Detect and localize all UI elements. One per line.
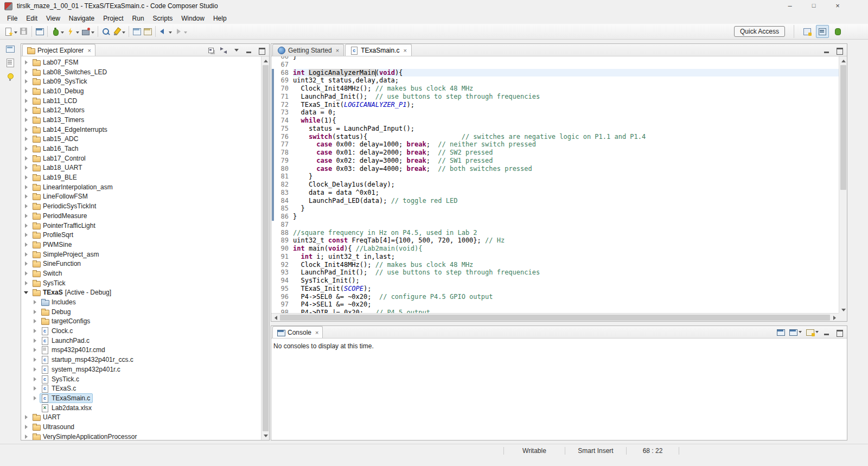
tree-item[interactable]: Lab18_UART: [21, 163, 261, 173]
menu-run[interactable]: Run: [128, 13, 149, 24]
code-line-84[interactable]: 84 LaunchPad_LED(data); // toggle red LE…: [271, 197, 839, 205]
new-button[interactable]: [3, 25, 18, 37]
tree-collapsed-arrow-icon[interactable]: [22, 231, 31, 239]
tree-item[interactable]: Clock.c: [21, 326, 261, 336]
tree-collapsed-arrow-icon[interactable]: [31, 384, 40, 393]
tree-collapsed-arrow-icon[interactable]: [31, 298, 40, 307]
maximize-icon[interactable]: [257, 46, 266, 54]
code-line-94[interactable]: 94 SysTick_Init();: [271, 277, 839, 285]
tree-item[interactable]: Lab09_SysTick: [21, 76, 261, 86]
tree-expanded-arrow-icon[interactable]: [22, 288, 31, 297]
tree-item[interactable]: Switch: [21, 269, 261, 278]
dropdown-arrow-icon[interactable]: [76, 31, 79, 35]
close-icon[interactable]: ×: [315, 329, 318, 336]
tree-collapsed-arrow-icon[interactable]: [22, 413, 31, 422]
scroll-up-icon[interactable]: [839, 56, 847, 65]
tree-collapsed-arrow-icon[interactable]: [22, 116, 31, 124]
tree-collapsed-arrow-icon[interactable]: [22, 68, 31, 76]
debug-button[interactable]: [50, 25, 65, 37]
minimize-icon[interactable]: [822, 46, 831, 54]
mark-occurrences-button[interactable]: [111, 25, 126, 37]
tree-collapsed-arrow-icon[interactable]: [22, 240, 31, 249]
tree-collapsed-arrow-icon[interactable]: [22, 259, 31, 268]
code-line-79[interactable]: 79 case 0x02: delay=3000; break; // SW1 …: [271, 157, 839, 165]
dropdown-arrow-icon[interactable]: [815, 331, 819, 335]
scrollbar-thumb[interactable]: [840, 65, 846, 190]
tree-item[interactable]: LinearInterpolation_asm: [21, 182, 261, 192]
tree-item[interactable]: VerySimpleApplicationProcessor: [21, 432, 261, 440]
menu-navigate[interactable]: Navigate: [65, 13, 99, 24]
console-tab[interactable]: Console ×: [272, 326, 323, 338]
tree-item[interactable]: Lab12_Motors: [21, 105, 261, 115]
close-icon[interactable]: ×: [87, 47, 91, 54]
menu-scripts[interactable]: Scripts: [149, 13, 177, 24]
tree-item[interactable]: SimpleProject_asm: [21, 250, 261, 259]
dropdown-arrow-icon[interactable]: [169, 31, 172, 35]
code-line-66[interactable]: 66}: [271, 56, 839, 61]
maximize-icon[interactable]: [835, 46, 844, 54]
pin-editor-button[interactable]: [142, 25, 153, 37]
restore-view-icon[interactable]: [5, 44, 15, 54]
code-line-82[interactable]: 82 Clock_Delay1us(delay);: [271, 181, 839, 189]
tree-collapsed-arrow-icon[interactable]: [22, 432, 31, 440]
open-element-button[interactable]: [131, 25, 142, 37]
tree-item[interactable]: Ultrasound: [21, 422, 261, 432]
tree-item[interactable]: TExaS.c: [21, 384, 261, 393]
code-line-87[interactable]: 87: [271, 221, 839, 229]
window-close-button[interactable]: ×: [826, 0, 850, 12]
tree-collapsed-arrow-icon[interactable]: [22, 221, 31, 230]
tree-collapsed-arrow-icon[interactable]: [22, 212, 31, 220]
tree-collapsed-arrow-icon[interactable]: [31, 355, 40, 364]
search-button[interactable]: [100, 25, 111, 37]
code-line-92[interactable]: 92 Clock_Init48MHz(); // makes bus clock…: [271, 261, 839, 269]
tree-item[interactable]: LaunchPad.c: [21, 336, 261, 346]
dropdown-arrow-icon[interactable]: [14, 31, 17, 35]
code-line-74[interactable]: 74 while(1){: [271, 117, 839, 125]
tree-collapsed-arrow-icon[interactable]: [22, 279, 31, 288]
open-console-button[interactable]: [806, 328, 819, 336]
command-prompt-button[interactable]: [34, 25, 45, 37]
scroll-up-icon[interactable]: [261, 56, 270, 65]
code-line-78[interactable]: 78 case 0x01: delay=2000; break; // SW2 …: [271, 149, 839, 157]
scroll-right-icon[interactable]: [831, 314, 839, 322]
tree-item[interactable]: Lab11_LCD: [21, 96, 261, 106]
tree-item[interactable]: startup_msp432p401r_ccs.c: [21, 355, 261, 365]
tree-item[interactable]: targetConfigs: [21, 317, 261, 327]
view-menu-icon[interactable]: [232, 46, 241, 54]
ccs-edit-perspective-button[interactable]: [816, 25, 829, 38]
forward-button[interactable]: [173, 25, 188, 37]
tree-collapsed-arrow-icon[interactable]: [31, 317, 40, 325]
tree-collapsed-arrow-icon[interactable]: [22, 202, 31, 210]
tree-item[interactable]: TExaSmain.c: [21, 393, 261, 403]
dropdown-arrow-icon[interactable]: [799, 331, 802, 335]
editor-vertical-scrollbar[interactable]: [839, 56, 847, 314]
tree-collapsed-arrow-icon[interactable]: [22, 106, 31, 114]
code-line-93[interactable]: 93 LaunchPad_Init(); // use buttons to s…: [271, 269, 839, 277]
maximize-icon[interactable]: [835, 328, 844, 336]
dropdown-arrow-icon[interactable]: [91, 31, 94, 35]
tree-item[interactable]: Lab07_FSM: [21, 58, 261, 67]
open-perspective-button[interactable]: [801, 25, 814, 38]
tree-collapsed-arrow-icon[interactable]: [22, 135, 31, 143]
code-line-75[interactable]: 75 status = LaunchPad_Input();: [271, 125, 839, 133]
tree-collapsed-arrow-icon[interactable]: [22, 97, 31, 105]
code-line-88[interactable]: 88//square frequency in Hz on P4.5, used…: [271, 229, 839, 237]
code-line-67[interactable]: 67: [271, 61, 839, 69]
code-line-73[interactable]: 73 data = 0;: [271, 108, 839, 117]
flash-button[interactable]: [65, 25, 80, 37]
code-line-72[interactable]: 72 TExaS_Init(LOGICANALYZER_P1);: [271, 101, 839, 109]
quick-access-button[interactable]: Quick Access: [734, 26, 785, 37]
back-button[interactable]: [158, 25, 173, 37]
tree-item[interactable]: Includes: [21, 297, 261, 307]
tree-item[interactable]: Lab19_BLE: [21, 173, 261, 182]
menu-view[interactable]: View: [42, 13, 65, 24]
tree-item[interactable]: Lab17_Control: [21, 154, 261, 163]
explorer-scrollbar[interactable]: [261, 56, 269, 440]
tree-item[interactable]: SineFunction: [21, 259, 261, 269]
tree-item[interactable]: msp432p401r.cmd: [21, 346, 261, 355]
menu-project[interactable]: Project: [99, 13, 127, 24]
code-line-86[interactable]: 86}: [271, 213, 839, 221]
editor-body[interactable]: 66}6768int LogicAnalyzerMain(void){69uin…: [271, 56, 847, 314]
tree-collapsed-arrow-icon[interactable]: [22, 77, 31, 86]
minimize-icon[interactable]: [822, 328, 831, 336]
